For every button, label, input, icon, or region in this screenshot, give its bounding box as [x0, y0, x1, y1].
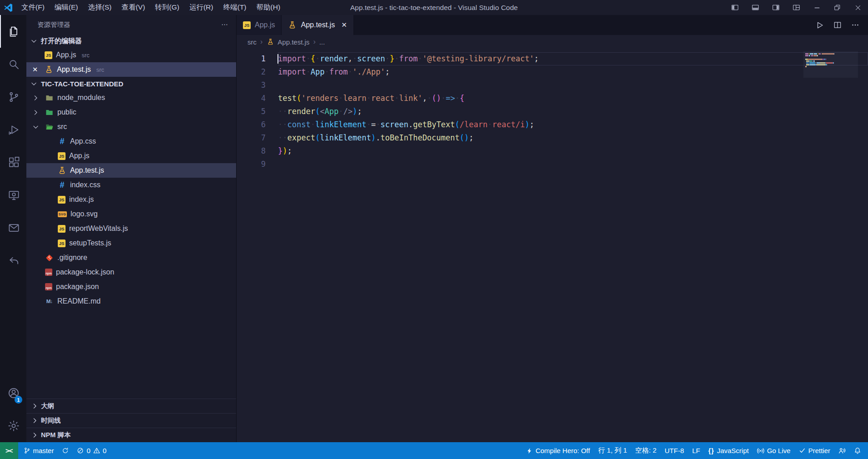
code-line-8[interactable]: });	[278, 145, 868, 158]
status-problems[interactable]: 00	[73, 442, 111, 459]
chevron-right-icon	[30, 109, 41, 116]
status-remote-indicator[interactable]: ><	[0, 442, 18, 459]
tree-item-node-modules[interactable]: node_modules	[26, 90, 236, 105]
status-git-branch[interactable]: master	[20, 442, 58, 459]
broadcast-icon	[757, 447, 764, 454]
mail-icon	[8, 222, 20, 234]
menu-run[interactable]: 运行(R)	[184, 0, 218, 15]
status-prettier[interactable]: Prettier	[795, 442, 834, 459]
open-editors-header[interactable]: 打开的编辑器	[26, 34, 236, 48]
tree-item-reportwebvitals-js[interactable]: JSreportWebVitals.js	[26, 221, 236, 236]
code-line-2[interactable]: import·App·from·'./App';	[278, 65, 868, 79]
menu-go[interactable]: 转到(G)	[150, 0, 184, 15]
tree-item-setuptests-js[interactable]: JSsetupTests.js	[26, 236, 236, 250]
code-line-1[interactable]: import·{·render,·screen·}·from·'@testing…	[278, 52, 868, 65]
minimap-token	[813, 55, 817, 56]
more-actions-icon[interactable]: ⋯	[222, 21, 228, 28]
activity-reply[interactable]	[0, 244, 26, 277]
menu-edit[interactable]: 编辑(E)	[50, 0, 83, 15]
status-sync-changes[interactable]	[58, 442, 73, 459]
tree-item-package-lock-json[interactable]: npmpackage-lock.json	[26, 265, 236, 279]
open-editor-app-js[interactable]: JSApp.jssrc	[26, 48, 236, 62]
tree-item-index-css[interactable]: #index.css	[26, 178, 236, 192]
layout-panel-button[interactable]	[745, 0, 766, 15]
activity-remote-explorer[interactable]	[0, 179, 26, 211]
tree-item-index-js[interactable]: JSindex.js	[26, 192, 236, 207]
tree-item-public[interactable]: public	[26, 105, 236, 120]
code-line-7[interactable]: ··expect(linkElement).toBeInTheDocument(…	[278, 131, 868, 145]
status-cursor-position[interactable]: 行 1, 列 1	[594, 442, 631, 459]
code-line-6[interactable]: ··const·linkElement·=·screen.getByText(/…	[278, 118, 868, 131]
project-header[interactable]: TIC-TAC-TOE-EXTENDED	[26, 77, 236, 90]
close-editor-icon[interactable]: ✕	[29, 66, 41, 73]
menu-terminal[interactable]: 终端(T)	[218, 0, 252, 15]
status-encoding[interactable]: UTF-8	[661, 442, 688, 459]
activity-settings[interactable]	[0, 409, 26, 442]
tree-item-app-js[interactable]: JSApp.js	[26, 149, 236, 163]
section-npm-scripts[interactable]: NPM 脚本	[26, 428, 236, 442]
code-token: ·	[394, 54, 399, 63]
status-feedback[interactable]	[834, 442, 850, 459]
menu-help[interactable]: 帮助(H)	[252, 0, 286, 15]
file-tree: node_modulespublicsrc#App.cssJSApp.jsApp…	[26, 90, 236, 309]
tree-item-label: App.test.js	[70, 166, 104, 175]
close-button[interactable]	[848, 0, 868, 15]
activity-account[interactable]: 1	[0, 377, 26, 409]
code-token: './App'	[353, 67, 385, 76]
minimap[interactable]	[805, 53, 856, 70]
tab-app-js[interactable]: JSApp.js	[237, 15, 282, 35]
activity-explorer[interactable]	[0, 15, 26, 48]
status-eol[interactable]: LF	[688, 442, 704, 459]
code-token: ·	[441, 94, 445, 103]
activity-extensions[interactable]	[0, 146, 26, 179]
layout-sidebar-right-button[interactable]	[766, 0, 786, 15]
tree-item-gitignore[interactable]: .gitignore	[26, 250, 236, 265]
breadcrumb-src[interactable]: src	[247, 38, 257, 46]
status-indentation[interactable]: 空格: 2	[631, 442, 661, 459]
code-line-9[interactable]	[278, 158, 868, 171]
menu-selection[interactable]: 选择(S)	[83, 0, 116, 15]
code-line-5[interactable]: ··render(<App·/>);	[278, 105, 868, 118]
tree-item-package-json[interactable]: npmpackage.json	[26, 279, 236, 294]
more-button[interactable]	[851, 20, 860, 30]
status-language-mode[interactable]: {}JavaScript	[704, 442, 753, 459]
minimap-token	[817, 55, 818, 56]
tree-item-logo-svg[interactable]: SVGlogo.svg	[26, 207, 236, 221]
status-notifications[interactable]	[850, 442, 865, 459]
code-content[interactable]: import·{·render,·screen·}·from·'@testing…	[278, 52, 868, 442]
restore-button[interactable]	[827, 0, 848, 15]
minimap-token	[808, 59, 822, 60]
minimap-token	[809, 53, 809, 55]
activity-mail[interactable]	[0, 211, 26, 244]
code-line-3[interactable]	[278, 79, 868, 92]
code-line-4[interactable]: test('renders·learn·react·link',·()·=>·{	[278, 92, 868, 105]
menu-file[interactable]: 文件(F)	[16, 0, 50, 15]
breadcrumb-[interactable]: ...	[319, 38, 325, 46]
open-editor-app-test-js[interactable]: ✕App.test.jssrc	[26, 62, 236, 77]
section-timeline[interactable]: 时间线	[26, 413, 236, 428]
code-editor[interactable]: 123456789 import·{·render,·screen·}·from…	[237, 49, 868, 442]
activity-search[interactable]	[0, 48, 26, 80]
activity-source-control[interactable]	[0, 80, 26, 113]
layout-sidebar-left-button[interactable]	[725, 0, 745, 15]
status-compile-hero[interactable]: Compile Hero: Off	[522, 442, 594, 459]
minimize-button[interactable]	[807, 0, 827, 15]
tree-item-readme-md[interactable]: M↓README.md	[26, 294, 236, 309]
split-editor-button[interactable]	[833, 20, 842, 30]
status-go-live[interactable]: Go Live	[753, 442, 795, 459]
tree-item-src[interactable]: src	[26, 120, 236, 134]
code-token: }	[390, 54, 394, 63]
tree-item-app-css[interactable]: #App.css	[26, 134, 236, 149]
run-button[interactable]	[815, 20, 824, 30]
breadcrumb-app-test-js[interactable]: App.test.js	[266, 38, 309, 46]
section-outline[interactable]: 大纲	[26, 399, 236, 413]
close-tab-icon[interactable]: ✕	[341, 21, 347, 29]
activity-run-debug[interactable]	[0, 113, 26, 146]
menu-view[interactable]: 查看(V)	[116, 0, 150, 15]
git-branch-icon	[24, 447, 30, 454]
tab-app-test-js[interactable]: App.test.js✕	[282, 15, 353, 35]
layout-grid-button[interactable]	[786, 0, 807, 15]
code-token: .	[409, 120, 413, 129]
code-token: .	[376, 133, 380, 142]
tree-item-app-test-js[interactable]: App.test.js	[26, 163, 236, 178]
